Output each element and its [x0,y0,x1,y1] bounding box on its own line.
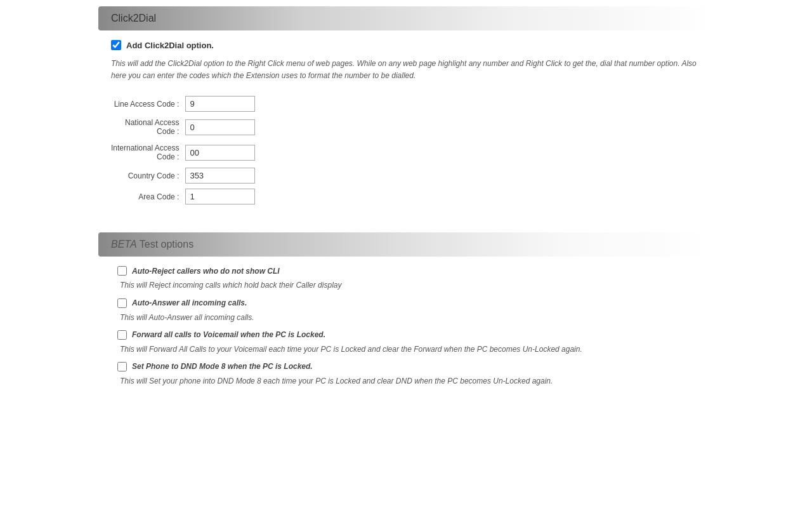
country-code-row: Country Code : [111,165,255,186]
dnd-mode-checkbox[interactable] [117,362,127,371]
add-click2dial-checkbox[interactable] [111,40,121,50]
auto-answer-checkbox[interactable] [117,298,127,308]
beta-section: BETA Test options Auto-Reject callers wh… [98,232,714,403]
auto-reject-checkbox[interactable] [117,266,127,276]
area-code-cell [185,186,255,207]
add-click2dial-label: Add Click2Dial option. [126,41,214,50]
national-access-code-input[interactable] [185,119,255,135]
dnd-mode-row: Set Phone to DND Mode 8 when the PC is L… [117,362,701,371]
country-code-input[interactable] [185,168,255,184]
forward-voicemail-row: Forward all calls to Voicemail when the … [117,330,701,340]
click2dial-content: Add Click2Dial option. This will add the… [98,40,714,220]
international-access-code-input[interactable] [185,145,255,161]
national-access-code-label: National AccessCode : [111,114,185,140]
national-access-code-cell [185,114,255,140]
line-access-code-input[interactable] [185,96,255,112]
beta-content: Auto-Reject callers who do not show CLI … [98,266,714,403]
international-access-code-cell [185,140,255,165]
international-access-code-row: International AccessCode : [111,140,255,165]
line-access-code-label: Line Access Code : [111,93,185,114]
forward-voicemail-checkbox[interactable] [117,330,127,340]
auto-reject-label: Auto-Reject callers who do not show CLI [132,267,280,276]
country-code-cell [185,165,255,186]
area-code-label: Area Code : [111,186,185,207]
add-click2dial-row: Add Click2Dial option. [111,40,701,50]
dnd-mode-desc: This will Set your phone into DND Mode 8… [117,375,701,387]
click2dial-description: This will add the Click2Dial option to t… [111,58,701,82]
auto-reject-row: Auto-Reject callers who do not show CLI [117,266,701,276]
beta-italic-text: BETA [111,239,137,250]
dnd-mode-label: Set Phone to DND Mode 8 when the PC is L… [132,362,313,371]
forward-voicemail-desc: This will Forward All Calls to your Voic… [117,344,701,356]
beta-header: BETA Test options [98,232,714,257]
click2dial-header: Click2Dial [98,6,714,30]
click2dial-form: Line Access Code : National AccessCode :… [111,93,255,207]
auto-answer-desc: This will Auto-Answer all incoming calls… [117,312,701,324]
auto-reject-desc: This will Reject incoming calls which ho… [117,279,701,291]
national-access-code-row: National AccessCode : [111,114,255,140]
click2dial-title: Click2Dial [111,13,156,23]
auto-answer-row: Auto-Answer all incoming calls. [117,298,701,308]
forward-voicemail-label: Forward all calls to Voicemail when the … [132,330,325,339]
international-access-code-label: International AccessCode : [111,140,185,165]
country-code-label: Country Code : [111,165,185,186]
auto-answer-label: Auto-Answer all incoming calls. [132,298,247,307]
line-access-code-row: Line Access Code : [111,93,255,114]
area-code-input[interactable] [185,189,255,204]
area-code-row: Area Code : [111,186,255,207]
beta-title-rest: Test options [137,239,194,250]
beta-title: BETA Test options [111,239,193,250]
page-wrapper: Click2Dial Add Click2Dial option. This w… [98,0,714,409]
line-access-code-cell [185,93,255,114]
